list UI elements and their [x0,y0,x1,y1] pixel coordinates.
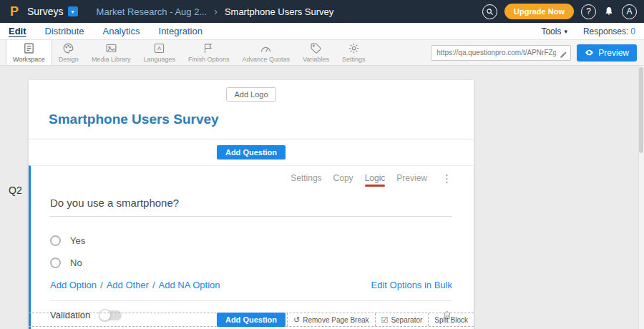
responses-counter[interactable]: Responses:0 [583,26,635,36]
tab-distribute[interactable]: Distribute [45,26,84,36]
pencil-icon [560,51,567,59]
toolbar-item-workspace[interactable]: Workspace [6,40,52,65]
toolbar-item-label: Media Library [92,56,131,63]
add-question-row: Add Question [29,139,474,165]
survey-url-input[interactable] [431,45,571,61]
add-other-link[interactable]: Add Other [107,280,149,290]
toolbar-item-label: Design [59,56,79,63]
bell-icon [603,6,615,17]
svg-text:A: A [157,45,162,51]
question-mark-icon: ? [586,6,591,16]
scrollbar-thumb[interactable] [639,67,643,153]
answer-option-row: No [50,257,452,268]
primary-nav: Edit Distribute Analytics Integration To… [0,23,644,40]
edit-url-button[interactable] [560,49,567,62]
option-label[interactable]: No [70,257,82,268]
option-actions-row: Add Option / Add Other / Add NA Option E… [50,280,452,290]
tab-analytics[interactable]: Analytics [102,26,140,36]
tag-icon [310,42,322,54]
toolbar-item-languages[interactable]: A Languages [137,40,182,65]
tools-label: Tools [541,26,561,36]
answer-options: Yes No [50,235,452,268]
add-option-link[interactable]: Add Option [50,280,97,290]
toolbar-item-label: Workspace [13,56,45,63]
link-separator: / [152,280,155,290]
toolbar-item-settings[interactable]: Settings [336,40,372,65]
questionpro-survey-editor: P Surveys ▾ Market Research - Aug 2... ›… [0,0,644,329]
checkbox-icon: ☑ [381,315,389,325]
palette-icon [62,42,74,54]
remove-page-break-button[interactable]: ↺ Remove Page Break [287,313,375,326]
add-logo-row: Add Logo [29,80,474,103]
breadcrumb-current: Smartphone Users Survey [225,6,333,17]
workspace-icon [23,42,35,54]
preview-button[interactable]: Preview [577,44,637,62]
tools-menu[interactable]: Tools ▾ [541,26,567,36]
breadcrumb-folder[interactable]: Market Research - Aug 2... [97,6,208,17]
survey-title[interactable]: Smartphone Users Survey [29,103,474,139]
answer-option-row: Yes [50,235,452,246]
tab-edit[interactable]: Edit [9,26,26,36]
upgrade-now-button[interactable]: Upgrade Now [504,4,574,19]
chevron-down-icon: ▾ [564,28,567,35]
undo-icon: ↺ [293,315,300,325]
toolbar-item-label: Finish Options [188,56,230,63]
question-menu-settings[interactable]: Settings [291,173,321,183]
question-number: Q2 [9,185,22,196]
toolbar-item-advance-quotas[interactable]: Advance Quotas [235,40,296,65]
survey-toolbar: Workspace Design Media Library A Languag… [0,40,644,66]
radio-button[interactable] [50,257,61,268]
separator-button[interactable]: ☑ Separator [375,313,429,326]
gauge-icon [260,42,272,54]
toolbar-item-media-library[interactable]: Media Library [85,40,137,65]
responses-count: 0 [630,26,635,36]
flag-icon [203,42,215,54]
page-break-row: Add Question ↺ Remove Page Break ☑ Separ… [29,313,474,327]
search-icon [486,8,494,16]
split-block-button[interactable]: Split Block [428,313,474,326]
add-logo-button[interactable]: Add Logo [226,87,275,102]
survey-card: Add Logo Smartphone Users Survey Add Que… [29,80,474,329]
question-menu-logic[interactable]: Logic [365,173,386,187]
question-menu-preview[interactable]: Preview [396,173,427,183]
survey-url-box [431,45,571,61]
question-menu-copy[interactable]: Copy [333,173,353,183]
add-na-option-link[interactable]: Add NA Option [159,280,220,290]
help-button[interactable]: ? [581,4,596,19]
radio-button[interactable] [50,235,61,246]
search-button[interactable] [482,4,497,19]
toolbar-item-variables[interactable]: Variables [296,40,336,65]
eye-icon [585,48,594,57]
add-question-button-bottom[interactable]: Add Question [217,313,286,327]
toolbar-item-finish-options[interactable]: Finish Options [182,40,236,65]
question-text-input[interactable]: Do you use a smartphone? [50,197,452,217]
toolbar-right: Preview [431,40,638,65]
breadcrumb-separator-icon: › [214,6,218,17]
link-separator: / [100,280,103,290]
nav-right: Tools ▾ Responses:0 [541,26,635,36]
avatar-letter: A [626,6,632,16]
remove-page-break-label: Remove Page Break [303,316,369,324]
surveys-menu[interactable]: Surveys ▾ [27,6,78,17]
header-actions: Upgrade Now ? A [482,4,637,19]
option-label[interactable]: Yes [70,235,85,246]
gear-icon [348,42,360,54]
add-question-button[interactable]: Add Question [217,145,286,159]
question-menu: Settings Copy Logic Preview ⋮ [50,173,452,187]
edit-options-in-bulk-link[interactable]: Edit Options in Bulk [371,280,452,290]
toolbar-item-design[interactable]: Design [52,40,85,65]
toolbar-item-label: Settings [342,56,366,63]
surveys-label: Surveys [27,6,64,17]
notifications-button[interactable] [603,6,615,17]
chevron-down-icon: ▾ [68,6,78,16]
image-icon [105,42,117,54]
vertical-scrollbar[interactable] [638,66,644,329]
question-block: Settings Copy Logic Preview ⋮ Do you use… [29,165,474,329]
language-icon: A [153,42,165,54]
questionpro-logo[interactable]: P [7,4,21,19]
split-block-label: Split Block [434,316,468,324]
more-options-icon[interactable]: ⋮ [441,173,452,184]
block-controls: ↺ Remove Page Break ☑ Separator Split Bl… [287,313,474,326]
tab-integration[interactable]: Integration [159,26,203,36]
account-avatar[interactable]: A [622,4,637,19]
